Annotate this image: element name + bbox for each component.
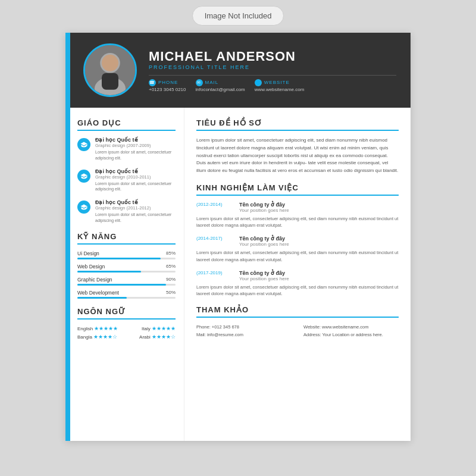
work-description: Lorem ipsum dolor sit amet, consectetuer… [196, 249, 399, 263]
skill-bar-background [77, 271, 176, 273]
education-item: Đại học Quốc tế Graphic design (2007-200… [77, 137, 176, 161]
skill-name: Web Development [77, 290, 119, 296]
contact-value: infocontact@gmail.com [196, 87, 245, 92]
skill-percentage: 90% [166, 277, 176, 282]
education-desc: Lorem ipsum dolor sit amet, consectetuer… [95, 149, 176, 161]
work-company: Tên công ty ở đây [239, 202, 289, 208]
language-stars-2: ★★★★★ [152, 325, 176, 331]
work-list: (2012-2014) Tên công ty ở đây Your posit… [196, 202, 399, 298]
education-text: Đại học Quốc tế Graphic design (2011-201… [95, 199, 176, 224]
skill-bar-background [77, 284, 176, 286]
work-dates: (2017-2019) [196, 270, 232, 275]
skill-percentage: 50% [166, 290, 176, 295]
skill-name: Web Design [77, 264, 105, 270]
language-stars: ★★★★☆ [93, 334, 117, 340]
work-company: Tên công ty ở đây [239, 270, 289, 276]
work-item: (2012-2014) Tên công ty ở đây Your posit… [196, 202, 399, 229]
languages-list: English ★★★★★ Italy ★★★★★ Bangla ★★★★☆ A… [77, 325, 176, 340]
skill-bar-fill [77, 258, 161, 259]
header-info: MICHAEL ANDERSON PROFESSIONAL TITLE HERE… [149, 49, 396, 92]
contact-item: 🌐 Website www.websitename.com [255, 79, 305, 92]
education-text: Đại học Quốc tế Graphic design (2010-201… [95, 168, 176, 193]
profile-text: Lorem ipsum dolor sit amet, consectetuer… [196, 137, 399, 175]
work-position: Your position goes here [239, 276, 289, 281]
language-row: English ★★★★★ Italy ★★★★★ [77, 325, 176, 331]
language-stars: ★★★★★ [94, 325, 118, 331]
education-sub: Graphic design (2011-2012) [95, 205, 176, 211]
reference-column: Website: www.websitename.comAddress: You… [303, 324, 399, 339]
reference-text: Phone: +012 345 678Mail: info@resume.com [196, 324, 292, 339]
work-title: KINH NGHIỆM LÀM VIỆC [196, 183, 399, 196]
work-item: (2017-2019) Tên công ty ở đây Your posit… [196, 270, 399, 298]
work-dates: (2014-2017) [196, 236, 232, 241]
contact-label: ✉ Mail [196, 79, 219, 86]
header-contacts: ☎ Phone +0123 3045 0210 ✉ Mail infoconta… [149, 79, 396, 92]
education-icon [77, 201, 90, 214]
education-desc: Lorem ipsum dolor sit amet, consectetuer… [95, 181, 176, 193]
work-header: (2017-2019) Tên công ty ở đây Your posit… [196, 270, 399, 281]
header-divider [149, 75, 396, 76]
education-sub: Graphic design (2007-2009) [95, 143, 176, 148]
education-title: GIÁO DỤC [77, 118, 176, 131]
resume-body: GIÁO DỤC Đại học Quốc tế Graphic design … [65, 108, 411, 441]
references-list: Phone: +012 345 678Mail: info@resume.com… [196, 324, 399, 339]
work-position: Your position goes here [239, 242, 289, 247]
work-company-block: Tên công ty ở đây Your position goes her… [239, 202, 289, 213]
contact-value: +0123 3045 0210 [149, 87, 186, 92]
education-name: Đại học Quốc tế [95, 137, 176, 143]
svg-point-3 [102, 55, 118, 71]
language-name-2: Arabi ★★★★☆ [139, 334, 176, 340]
skill-bar-fill [77, 297, 127, 299]
skill-row: Graphic Design 90% [77, 277, 176, 283]
header-name: MICHAEL ANDERSON [149, 49, 396, 64]
language-row: Bangla ★★★★☆ Arabi ★★★★☆ [77, 334, 176, 340]
skill-row: Ui Design 85% [77, 250, 176, 256]
education-item: Đại học Quốc tế Graphic design (2010-201… [77, 168, 176, 193]
svg-rect-4 [102, 73, 118, 90]
education-item: Đại học Quốc tế Graphic design (2011-201… [77, 199, 176, 224]
references-section: THAM KHẢO Phone: +012 345 678Mail: info@… [196, 305, 399, 339]
avatar [83, 43, 137, 97]
contact-icon: ☎ [149, 79, 156, 86]
language-name: English ★★★★★ [77, 325, 118, 331]
work-dates: (2012-2014) [196, 202, 232, 207]
skill-name: Graphic Design [77, 277, 112, 283]
education-icon [77, 170, 90, 183]
blue-accent-bar [65, 33, 70, 441]
skill-percentage: 85% [166, 250, 176, 256]
resume-container: MICHAEL ANDERSON PROFESSIONAL TITLE HERE… [65, 33, 411, 441]
left-column: GIÁO DỤC Đại học Quốc tế Graphic design … [65, 108, 184, 441]
header-title: PROFESSIONAL TITLE HERE [149, 64, 396, 70]
work-description: Lorem ipsum dolor sit amet, consectetuer… [196, 215, 399, 229]
skill-bar-fill [77, 271, 141, 273]
contact-label: 🌐 Website [255, 79, 290, 86]
reference-text: Website: www.websitename.comAddress: You… [303, 324, 399, 339]
skill-item: Web Design 65% [77, 264, 176, 273]
work-company-block: Tên công ty ở đây Your position goes her… [239, 236, 289, 247]
contact-icon: 🌐 [255, 79, 262, 86]
education-sub: Graphic design (2010-2011) [95, 174, 176, 180]
work-header: (2012-2014) Tên công ty ở đây Your posit… [196, 202, 399, 213]
work-position: Your position goes here [239, 208, 289, 213]
right-column: TIÊU ĐỀ HỒ SƠ Lorem ipsum dolor sit amet… [184, 108, 411, 441]
contact-item: ☎ Phone +0123 3045 0210 [149, 79, 186, 92]
work-company: Tên công ty ở đây [239, 236, 289, 242]
skills-list: Ui Design 85% Web Design 65% Graphic Des… [77, 250, 176, 299]
education-name: Đại học Quốc tế [95, 168, 176, 174]
work-header: (2014-2017) Tên công ty ở đây Your posit… [196, 236, 399, 247]
skill-row: Web Development 50% [77, 290, 176, 296]
work-description: Lorem ipsum dolor sit amet, consectetuer… [196, 284, 399, 298]
reference-column: Phone: +012 345 678Mail: info@resume.com [196, 324, 292, 339]
skills-title: KỸ NĂNG [77, 232, 176, 245]
skill-bar-fill [77, 284, 166, 286]
skill-percentage: 65% [166, 264, 176, 269]
skill-bar-background [77, 297, 176, 299]
education-text: Đại học Quốc tế Graphic design (2007-200… [95, 137, 176, 161]
image-not-included-badge: Image Not Included [192, 6, 284, 26]
skill-item: Ui Design 85% [77, 250, 176, 259]
education-desc: Lorem ipsum dolor sit amet, consectetuer… [95, 212, 176, 224]
skill-name: Ui Design [77, 250, 99, 256]
work-company-block: Tên công ty ở đây Your position goes her… [239, 270, 289, 281]
contact-value: www.websitename.com [255, 87, 305, 92]
skill-row: Web Design 65% [77, 264, 176, 270]
